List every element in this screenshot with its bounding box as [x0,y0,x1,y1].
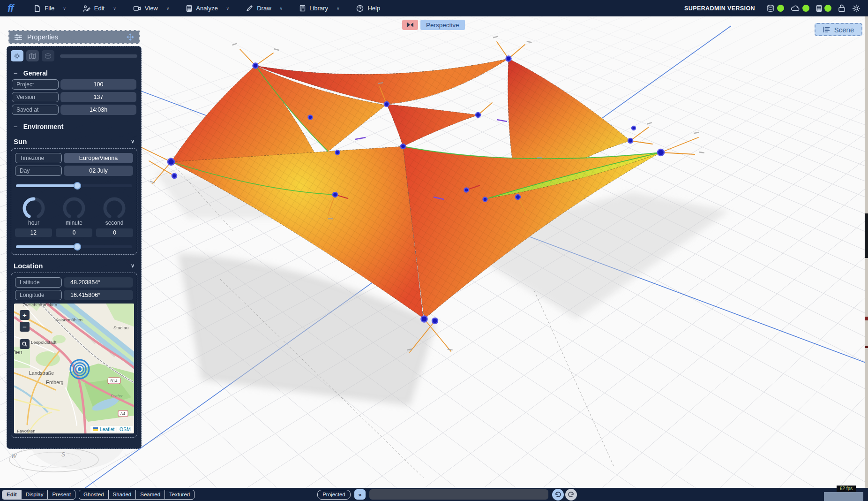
search-icon [22,342,27,347]
slider-thumb[interactable] [74,243,81,250]
superadmin-badge: SUPERADMIN VERSION [684,5,755,12]
collapse-icon[interactable]: − [14,122,18,130]
panel-title: Properties [27,33,58,41]
menu-file[interactable]: File ∨ [34,5,66,12]
panel-scroll-strip[interactable] [60,54,137,58]
menu-help[interactable]: Help [356,5,380,12]
redo-button[interactable] [565,489,577,501]
hour-dial[interactable]: hour [17,196,51,226]
version-value[interactable]: 137 [60,92,136,102]
menu-library[interactable]: Library ∨ [299,5,339,12]
perspective-toggle-button[interactable] [402,20,418,30]
minute-dial[interactable]: minute [57,196,91,226]
row-saved-at: Saved at 14:03h [12,105,136,115]
day-value[interactable]: 02 July [64,166,133,176]
timezone-value[interactable]: Europe/Vienna [64,153,133,163]
menu-help-label: Help [367,5,380,12]
menu-library-label: Library [309,5,328,12]
properties-panel-body: − General Project 100 Version 137 Saved … [7,46,142,449]
project-value[interactable]: 100 [60,79,136,90]
shading-seamed-button[interactable]: Seamed [135,490,165,499]
menu-analyze[interactable]: Analyze ∨ [186,5,229,12]
database-status [766,4,784,13]
solver-status-dot [824,5,831,12]
timezone-label: Timezone [15,153,62,163]
edit-icon [83,5,90,12]
file-icon [34,5,41,12]
menu-analyze-label: Analyze [196,5,217,12]
scene-panel-button[interactable]: Scene [815,23,862,36]
second-value[interactable]: 0 [96,228,133,237]
map-search-button[interactable] [20,339,30,349]
section-general: − General [14,69,135,77]
slider-thumb[interactable] [74,182,81,190]
menu-draw[interactable]: Draw ∨ [246,5,283,12]
map-canvas: Zwischenbrücken Kaisermühlen Stadlau Leo… [14,304,134,433]
hour-value[interactable]: 12 [15,228,52,237]
second-dial[interactable]: second [97,196,131,226]
properties-panel-header[interactable]: Properties [8,30,140,44]
osm-link[interactable]: OSM [120,426,131,432]
expand-button[interactable]: » [354,489,366,500]
hour-dial-ring[interactable] [21,196,47,219]
saved-at-value[interactable]: 14:03h [60,105,136,115]
chevron-down-icon: ∨ [280,6,283,11]
map-zoom-out-button[interactable]: − [20,322,30,332]
longitude-value[interactable]: 16.415806° [64,290,133,300]
chevron-down-icon[interactable]: ∨ [131,263,135,269]
menu-draw-label: Draw [257,5,271,12]
shading-textured-button[interactable]: Textured [165,490,194,499]
section-environment-title: Environment [23,123,64,130]
flag-icon [93,427,98,431]
command-bar[interactable] [369,489,548,500]
latitude-value[interactable]: 48.203854° [64,277,133,288]
leaflet-link[interactable]: Leaflet [100,426,115,432]
bowtie-icon [406,22,414,28]
topbar-right: SUPERADMIN VERSION [684,4,861,13]
mode-present-button[interactable]: Present [47,490,75,499]
tab-cube[interactable] [42,50,54,61]
collapse-icon[interactable]: − [14,69,18,77]
vertical-scrollbar[interactable] [865,16,868,488]
day-slider[interactable] [16,182,132,190]
mode-segmented-control: Edit Display Present [2,490,75,500]
row-day: Day 02 July [15,166,133,176]
top-menubar: ff File ∨ Edit ∨ View ∨ Analyze ∨ Draw ∨ [0,0,868,16]
bottom-toolbar: Edit Display Present Ghosted Shaded Seam… [0,488,868,501]
lock-icon[interactable] [838,4,846,12]
fps-meter: 62 fps [824,486,863,501]
menu-file-label: File [45,5,54,12]
row-longitude: Longitude 16.415806° [15,290,133,300]
mode-display-button[interactable]: Display [21,490,48,499]
camera-mode-chip: Perspective [402,20,465,30]
svg-text:Erdberg: Erdberg [46,380,64,385]
chevron-down-icon: ∨ [226,6,230,11]
shading-shaded-button[interactable]: Shaded [108,490,136,499]
move-icon[interactable] [127,33,134,41]
minute-value[interactable]: 0 [56,228,93,237]
tab-sun[interactable] [11,50,23,61]
scrollbar-thumb[interactable] [865,213,868,258]
time-slider[interactable] [16,243,132,250]
pen-icon [246,5,253,12]
projected-button[interactable]: Projected [317,490,351,500]
shading-ghosted-button[interactable]: Ghosted [79,490,108,499]
menu-edit[interactable]: Edit ∨ [83,5,116,12]
undo-button[interactable] [552,489,564,501]
scrollbar-mark [865,317,868,320]
database-icon [766,4,775,13]
mode-edit-button[interactable]: Edit [2,490,21,499]
map-zoom-in-button[interactable]: + [20,310,30,320]
undo-icon [554,491,561,498]
svg-text:Kaisermühlen: Kaisermühlen [55,317,82,322]
minute-dial-ring[interactable] [61,196,87,219]
second-dial-ring[interactable] [101,196,127,219]
location-group: Latitude 48.203854° Longitude 16.415806° [11,273,137,438]
brightness-icon[interactable] [852,4,861,13]
location-map[interactable]: Zwischenbrücken Kaisermühlen Stadlau Leo… [14,304,134,433]
chevron-down-icon[interactable]: ∨ [131,138,135,144]
app-logo[interactable]: ff [7,2,13,15]
menu-view[interactable]: View ∨ [133,5,170,12]
scrollbar-mark [865,346,868,348]
tab-map[interactable] [26,50,39,61]
